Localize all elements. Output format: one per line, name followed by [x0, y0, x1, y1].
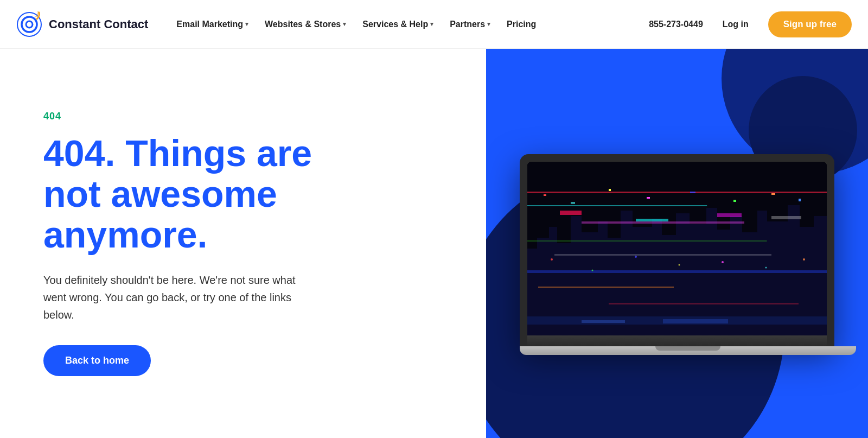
- laptop-illustration: [520, 154, 834, 355]
- glitch-svg: [527, 162, 827, 335]
- logo-text: Constant Contact: [49, 17, 148, 31]
- svg-rect-32: [527, 270, 827, 273]
- error-heading-line1: 404. Things are: [43, 132, 312, 174]
- nav-partners[interactable]: Partners ▾: [443, 15, 497, 34]
- svg-rect-34: [609, 303, 799, 304]
- logo-link[interactable]: Constant Contact: [16, 11, 148, 37]
- svg-point-49: [635, 256, 637, 258]
- svg-point-52: [765, 266, 767, 268]
- phone-number: 855-273-0449: [649, 20, 703, 29]
- svg-point-51: [722, 261, 724, 263]
- main-content: 404 404. Things are not awesome anymore.…: [0, 49, 868, 438]
- error-right-panel: [486, 49, 868, 438]
- svg-rect-33: [538, 287, 674, 288]
- laptop-body: [520, 154, 834, 346]
- laptop-base: [527, 335, 827, 346]
- nav-websites-stores[interactable]: Websites & Stores ▾: [258, 15, 353, 34]
- svg-rect-29: [582, 221, 744, 224]
- svg-rect-56: [663, 319, 728, 323]
- svg-rect-31: [554, 254, 771, 256]
- laptop-screen: [527, 162, 827, 335]
- svg-point-53: [803, 258, 805, 261]
- svg-rect-35: [544, 194, 546, 196]
- svg-point-50: [679, 264, 680, 265]
- back-to-home-button[interactable]: Back to home: [43, 345, 151, 376]
- chevron-down-icon: ▾: [245, 21, 248, 28]
- laptop-bottom: [520, 346, 856, 355]
- logo-icon: [16, 11, 42, 37]
- svg-rect-40: [733, 200, 736, 202]
- svg-point-47: [551, 258, 553, 261]
- svg-rect-42: [799, 199, 801, 201]
- header-right: 855-273-0449 Log in Sign up free: [649, 11, 852, 37]
- error-heading: 404. Things are not awesome anymore.: [43, 133, 443, 255]
- svg-rect-28: [527, 205, 707, 206]
- svg-rect-27: [527, 192, 827, 193]
- nav-email-marketing[interactable]: Email Marketing ▾: [170, 15, 255, 34]
- svg-rect-39: [690, 192, 695, 193]
- error-left-panel: 404 404. Things are not awesome anymore.…: [0, 49, 486, 438]
- svg-rect-37: [609, 189, 611, 191]
- glitch-background: [527, 162, 827, 335]
- nav-pricing[interactable]: Pricing: [500, 15, 542, 34]
- error-description: You definitely shouldn't be here. We're …: [43, 271, 315, 323]
- svg-rect-41: [771, 193, 775, 195]
- svg-rect-55: [582, 320, 625, 323]
- site-header: Constant Contact Email Marketing ▾ Websi…: [0, 0, 868, 49]
- svg-rect-38: [647, 197, 650, 199]
- chevron-down-icon: ▾: [343, 21, 346, 28]
- laptop-notch: [655, 346, 720, 351]
- login-button[interactable]: Log in: [714, 15, 757, 34]
- error-heading-line3: anymore.: [43, 214, 207, 255]
- svg-rect-46: [771, 216, 801, 219]
- nav-services-help[interactable]: Services & Help ▾: [356, 15, 440, 34]
- svg-rect-36: [571, 202, 575, 204]
- signup-button[interactable]: Sign up free: [768, 11, 852, 37]
- chevron-down-icon: ▾: [487, 21, 490, 28]
- svg-rect-45: [717, 213, 742, 217]
- svg-rect-30: [527, 240, 767, 242]
- svg-rect-43: [560, 211, 582, 215]
- error-heading-line2: not awesome: [43, 173, 277, 214]
- svg-rect-44: [636, 219, 668, 221]
- main-nav: Email Marketing ▾ Websites & Stores ▾ Se…: [170, 15, 649, 34]
- chevron-down-icon: ▾: [430, 21, 433, 28]
- error-code-label: 404: [43, 111, 443, 122]
- svg-point-48: [592, 269, 593, 271]
